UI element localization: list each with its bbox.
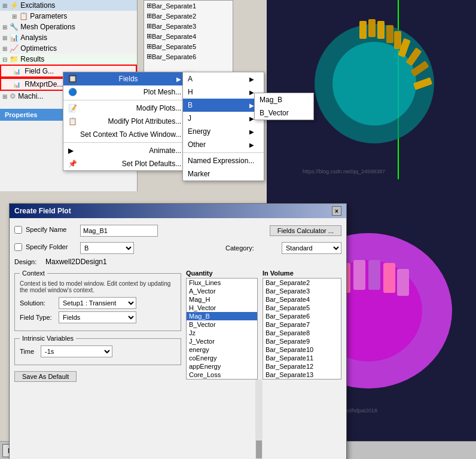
arrow-icon: ▶ (249, 128, 254, 135)
solution-row: Solution: Setup1 : Transient (20, 297, 176, 309)
bar-separate6[interactable]: ⊞ Bar_Separate6 (144, 51, 233, 62)
submenu-j[interactable]: J ▶ (183, 112, 264, 125)
category-label: Category: (225, 244, 279, 252)
context-group: Context Context is tied to model window.… (14, 270, 181, 331)
menu-item-label: Set Plot Defaults... (122, 160, 181, 168)
menu-item-label: Fields (119, 75, 138, 83)
menu-animate[interactable]: ▶ Animate... (63, 144, 191, 157)
qty-core-loss[interactable]: Core_Loss (187, 371, 257, 379)
menu-modify-plots[interactable]: 📝 Modify Plots... (63, 102, 191, 115)
modify-attr-icon: 📋 (68, 117, 80, 126)
vol-bar4[interactable]: Bar_Separate4 (263, 295, 341, 304)
animate-icon: ▶ (68, 146, 80, 155)
expand-icon: ⊞ (2, 24, 7, 30)
submenu-h[interactable]: H ▶ (183, 85, 264, 99)
submenu-item-label: A (188, 75, 193, 83)
field-type-label: Field Type: (20, 314, 59, 321)
svg-rect-7 (394, 31, 401, 49)
vol-bar12[interactable]: Bar_Separate12 (263, 362, 341, 371)
submenu-other[interactable]: Other ▶ (183, 138, 264, 151)
submenu-marker[interactable]: Marker (183, 167, 264, 180)
submenu-a[interactable]: A ▶ (183, 72, 264, 85)
qty-h-vector[interactable]: H_Vector (187, 304, 257, 312)
scrollbar-thumb[interactable] (256, 440, 262, 458)
vol-bar9[interactable]: Bar_Separate9 (263, 337, 341, 345)
vol-bar2[interactable]: Bar_Separate2 (263, 279, 341, 287)
qty-flux-lines[interactable]: Flux_Lines (187, 279, 257, 287)
qty-mag-h[interactable]: Mag_H (187, 295, 257, 304)
vol-bar5[interactable]: Bar_Separate5 (263, 304, 341, 312)
bar-separate3[interactable]: ⊞ Bar_Separate3 (144, 21, 233, 31)
bar-separate1[interactable]: ⊞ Bar_Separate1 (144, 1, 233, 11)
icon: 📊 (13, 81, 20, 88)
solution-select[interactable]: Setup1 : Transient (59, 297, 136, 309)
qty-coenergy[interactable]: coEnergy (187, 354, 257, 362)
tree-item-excitations[interactable]: ⊞ ⚡ Excitations (0, 0, 137, 11)
submenu-arrow: ▶ (176, 76, 181, 82)
submenu-item-label: Other (188, 140, 206, 149)
icon: 📊 (13, 68, 20, 75)
tree-item-optimetrics[interactable]: ⊞ 📈 Optimetrics (0, 43, 137, 54)
qty-ohmic-loss[interactable]: Ohmic_Loss (187, 379, 257, 380)
qty-a-vector[interactable]: A_Vector (187, 287, 257, 295)
bar-label: Bar_Separate3 (152, 23, 196, 30)
submenu-b-vector[interactable]: B_Vector (255, 106, 313, 120)
menu-set-plot-defaults[interactable]: 📌 Set Plot Defaults... (63, 157, 191, 170)
design-label: Design: (14, 258, 45, 265)
bar-separate5[interactable]: ⊞ Bar_Separate5 (144, 41, 233, 51)
tree-item-results[interactable]: ⊟ 📁 Results (0, 54, 137, 65)
folder-select[interactable]: B (80, 242, 134, 254)
qty-mag-b[interactable]: Mag_B (187, 312, 257, 320)
menu-set-context[interactable]: Set Context To Active Window... (63, 128, 191, 141)
bar-label: Bar_Separate4 (152, 33, 196, 40)
volume-scrollbar[interactable] (255, 380, 263, 459)
vol-bar10[interactable]: Bar_Separate10 (263, 345, 341, 354)
quantity-column: Quantity Flux_Lines A_Vector Mag_H H_Vec… (186, 270, 258, 459)
dialog-title: Create Field Plot (14, 207, 71, 215)
qty-appenergy[interactable]: appEnergy (187, 362, 257, 371)
vol-bar8[interactable]: Bar_Separate8 (263, 329, 341, 337)
menu-fields[interactable]: 🔲 Fields ▶ (63, 72, 191, 85)
specify-name-checkbox[interactable] (14, 226, 22, 234)
design-value: Maxwell2DDesign1 (45, 258, 107, 266)
vol-bar11[interactable]: Bar_Separate11 (263, 354, 341, 362)
tree-item-analysis[interactable]: ⊞ 📊 Analysis (0, 32, 137, 43)
dialog-titlebar: Create Field Plot × (10, 204, 346, 218)
vol-inner-region[interactable]: InnerRegion (263, 379, 341, 380)
bar-separate2[interactable]: ⊞ Bar_Separate2 (144, 11, 233, 21)
tree-item-parameters[interactable]: ⊞ 📋 Parameters (0, 11, 137, 22)
bar-separate4[interactable]: ⊞ Bar_Separate4 (144, 31, 233, 41)
qty-j-vector[interactable]: J_Vector (187, 337, 257, 345)
quantity-list[interactable]: Flux_Lines A_Vector Mag_H H_Vector Mag_B… (186, 278, 258, 380)
field-type-select[interactable]: Fields (59, 311, 136, 323)
qty-energy[interactable]: energy (187, 345, 257, 354)
qty-jz[interactable]: Jz (187, 329, 257, 337)
submenu-mag-b[interactable]: Mag_B (255, 93, 313, 106)
submenu-energy[interactable]: Energy ▶ (183, 125, 264, 138)
specify-folder-label: Specify Folder (26, 243, 80, 250)
vol-bar3[interactable]: Bar_Separate3 (263, 287, 341, 295)
menu-modify-attributes[interactable]: 📋 Modify Plot Attributes... (63, 115, 191, 128)
specify-folder-checkbox[interactable] (14, 243, 22, 251)
vol-bar13[interactable]: Bar_Separate13 (263, 371, 341, 379)
context-legend: Context (20, 270, 47, 277)
tree-item-mesh-operations[interactable]: ⊞ 🔧 Mesh Operations (0, 22, 137, 32)
dialog-columns: Context Context is tied to model window.… (14, 270, 341, 459)
vol-bar7[interactable]: Bar_Separate7 (263, 320, 341, 329)
svg-text:https://blog.csdn.net/qq_24598: https://blog.csdn.net/qq_24598387 (303, 169, 385, 175)
submenu-named-expr[interactable]: Named Expression... (183, 154, 264, 167)
menu-plot-mesh[interactable]: 🔵 Plot Mesh... (63, 85, 191, 99)
expand-icon: ⊞ (2, 45, 7, 52)
right-column: Quantity Flux_Lines A_Vector Mag_H H_Vec… (186, 270, 341, 459)
tree-label: Results (20, 55, 44, 63)
time-select[interactable]: -1s (41, 345, 112, 357)
vol-bar6[interactable]: Bar_Separate6 (263, 312, 341, 320)
volume-list[interactable]: Bar_Separate2 Bar_Separate3 Bar_Separate… (263, 278, 341, 380)
fields-calculator-button[interactable]: Fields Calculator ... (270, 225, 341, 236)
category-select[interactable]: Standard (282, 242, 341, 254)
submenu-b[interactable]: B ▶ (183, 99, 264, 112)
save-as-default-button[interactable]: Save As Default (14, 371, 77, 382)
name-input[interactable] (80, 225, 158, 237)
dialog-close-button[interactable]: × (332, 206, 341, 216)
qty-b-vector[interactable]: B_Vector (187, 320, 257, 329)
